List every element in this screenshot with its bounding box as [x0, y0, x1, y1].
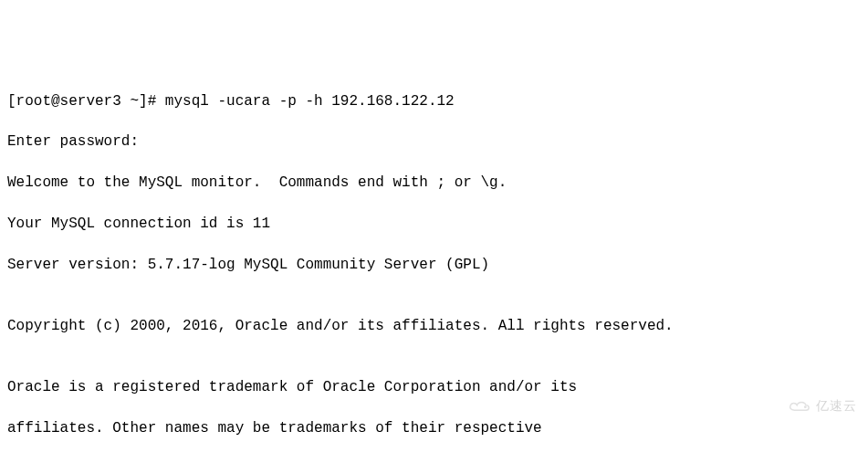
oracle-trademark-line: Oracle is a registered trademark of Orac…	[7, 377, 861, 397]
cloud-icon	[787, 357, 812, 456]
server-version-line: Server version: 5.7.17-log MySQL Communi…	[7, 255, 861, 275]
welcome-line: Welcome to the MySQL monitor. Commands e…	[7, 173, 861, 193]
watermark-text: 亿速云	[816, 397, 857, 416]
connection-id-line: Your MySQL connection id is 11	[7, 214, 861, 234]
copyright-line: Copyright (c) 2000, 2016, Oracle and/or …	[7, 316, 861, 336]
shell-prompt-line: [root@server3 ~]# mysql -ucara -p -h 192…	[7, 91, 861, 111]
oracle-trademark-line: owners.	[7, 459, 861, 463]
password-prompt: Enter password:	[7, 132, 861, 152]
svg-point-0	[804, 406, 807, 409]
oracle-trademark-line: affiliates. Other names may be trademark…	[7, 418, 861, 438]
watermark: 亿速云	[787, 357, 857, 456]
